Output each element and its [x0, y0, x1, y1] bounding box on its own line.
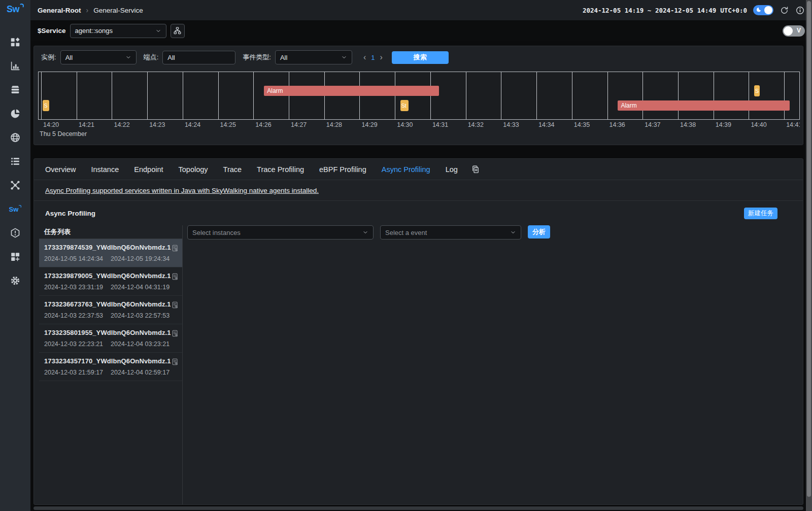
sidebar: Sw Sw [0, 0, 30, 511]
tab-endpoint[interactable]: Endpoint [134, 165, 163, 174]
task-item[interactable]: 1733236673763_YWdlbnQ6OnNvbmdz.1 2024-12… [39, 296, 182, 324]
sidebar-item-service-mesh[interactable] [0, 102, 30, 125]
event-badge[interactable]: St [400, 100, 409, 111]
sidebar-item-skywalking[interactable]: Sw [0, 197, 30, 221]
event-badge[interactable]: S [754, 85, 760, 96]
view-task-detail-icon[interactable] [171, 244, 179, 252]
pagination-prev-icon[interactable]: ‹ [363, 53, 366, 61]
service-select[interactable]: agent::songs [70, 24, 166, 38]
tab-topology[interactable]: Topology [179, 165, 208, 174]
task-id: 1733379874539_YWdlbnQ6OnNvbmdz.1 [44, 244, 171, 251]
pagination-page-number[interactable]: 1 [371, 54, 375, 61]
task-start-time: 2024-12-03 21:59:17 [44, 369, 103, 376]
breadcrumb-root[interactable]: General-Root [38, 7, 81, 14]
database-icon [10, 84, 21, 95]
endpoint-filter-label: 端点: [144, 53, 159, 62]
notice-row: Async Profiling supported services writt… [34, 180, 803, 201]
timeline-gridline [678, 72, 679, 119]
breadcrumb-leaf[interactable]: General-Service [93, 7, 143, 14]
alarm-event-bar[interactable]: Alarm [618, 100, 789, 111]
service-topology-button[interactable] [171, 24, 185, 38]
sidebar-item-plugins[interactable] [0, 245, 30, 268]
timeline-gridline [749, 72, 749, 119]
view-task-detail-icon[interactable] [171, 301, 179, 309]
tab-ebpf-profiling[interactable]: eBPF Profiling [319, 165, 366, 174]
sidebar-item-settings[interactable] [0, 269, 30, 292]
instance-filter-label: 实例: [41, 53, 56, 62]
view-task-detail-icon[interactable] [171, 272, 179, 281]
instance-filter-select[interactable]: All [60, 50, 137, 64]
task-item[interactable]: 1733379874539_YWdlbnQ6OnNvbmdz.1 2024-12… [39, 239, 182, 267]
event-type-filter-select[interactable]: All [275, 50, 352, 64]
version-toggle[interactable]: V [783, 25, 805, 37]
pagination-next-icon[interactable]: › [380, 53, 382, 61]
event-badge[interactable]: S [43, 100, 49, 111]
info-button[interactable] [795, 6, 805, 15]
sidebar-item-browser[interactable] [0, 126, 30, 149]
timeline-tick-label: 14:28 [326, 121, 342, 128]
instances-select[interactable]: Select instances [187, 225, 374, 240]
view-task-detail-icon[interactable] [171, 358, 179, 366]
globe-icon [10, 132, 21, 143]
view-task-detail-icon[interactable] [171, 329, 179, 337]
tab-instance[interactable]: Instance [91, 165, 119, 174]
horizontal-scrollbar-thumb[interactable] [33, 506, 803, 510]
tab-trace-profiling[interactable]: Trace Profiling [257, 165, 304, 174]
timeline-gridline [536, 72, 537, 119]
new-task-button[interactable]: 新建任务 [744, 208, 777, 219]
timeline-tick-label: 14:25 [220, 121, 236, 128]
timeline-plot-area: AlarmAlarmSStS [38, 72, 800, 120]
timeline-tick-label: 14:20 [43, 121, 59, 128]
events-panel: 实例: All 端点: All 事件类型: All ‹ 1 › 搜索 Alarm… [33, 46, 803, 145]
top-bar: General-Root › General-Service 2024-12-0… [30, 0, 812, 20]
sidebar-item-alerting[interactable] [0, 221, 30, 245]
search-button[interactable]: 搜索 [392, 51, 449, 64]
sidebar-item-database[interactable] [0, 78, 30, 101]
sidebar-item-k8s[interactable] [0, 150, 30, 173]
timeline-tick-label: 14:29 [361, 121, 377, 128]
timeline-tick-label: 14:38 [680, 121, 696, 128]
task-item[interactable]: 1733235801955_YWdlbnQ6OnNvbmdz.1 2024-12… [39, 324, 182, 353]
horizontal-scrollbar[interactable] [33, 506, 803, 510]
tab-async-profiling[interactable]: Async Profiling [382, 165, 430, 174]
timeline-gridline [253, 72, 254, 119]
task-list-column: 任务列表 1733379874539_YWdlbnQ6OnNvbmdz.1 20… [34, 225, 183, 504]
pie-chart-icon [10, 108, 21, 119]
task-list-header: 任务列表 [39, 225, 182, 239]
endpoint-filter-input[interactable]: All [162, 51, 235, 64]
skywalking-logo[interactable]: Sw [7, 4, 24, 19]
tab-log[interactable]: Log [446, 165, 458, 174]
tab-overview[interactable]: Overview [45, 165, 76, 174]
vertical-scrollbar[interactable] [806, 0, 812, 511]
task-end-time: 2024-12-04 02:59:17 [111, 369, 170, 376]
task-id: 1733239879005_YWdlbnQ6OnNvbmdz.1 [44, 272, 171, 280]
task-id: 1733236673763_YWdlbnQ6OnNvbmdz.1 [44, 300, 171, 308]
analyze-button[interactable]: 分析 [528, 225, 550, 239]
timeline-gridline [218, 72, 219, 119]
timeline-gridline [501, 72, 501, 119]
alarm-event-bar[interactable]: Alarm [264, 86, 439, 96]
timeline-tick-label: 14:40 [751, 121, 766, 128]
task-start-time: 2024-12-03 22:37:53 [44, 312, 103, 319]
task-id: 1733234357170_YWdlbnQ6OnNvbmdz.1 [44, 357, 171, 365]
time-range-picker[interactable]: 2024-12-05 14:19 ~ 2024-12-05 14:49 [583, 7, 716, 14]
sidebar-item-general-service[interactable] [0, 54, 30, 78]
async-profiling-doc-link[interactable]: Async Profiling supported services writt… [45, 187, 319, 194]
tab-trace[interactable]: Trace [223, 165, 242, 174]
task-item[interactable]: 1733239879005_YWdlbnQ6OnNvbmdz.1 2024-12… [39, 267, 182, 296]
timeline-tick-label: 14:24 [185, 121, 200, 128]
chevron-down-icon [510, 229, 516, 235]
copy-dashboard-button[interactable] [471, 165, 480, 174]
version-toggle-label: V [797, 27, 801, 34]
sidebar-item-marketplace[interactable] [0, 30, 30, 54]
vertical-scrollbar-thumb[interactable] [807, 1, 811, 497]
info-icon [795, 6, 805, 15]
event-select[interactable]: Select a event [380, 225, 521, 240]
gear-icon [10, 275, 21, 286]
dark-mode-toggle[interactable] [753, 5, 773, 15]
sidebar-item-infrastructure[interactable] [0, 174, 30, 197]
refresh-button[interactable] [780, 6, 789, 15]
timeline-gridline [466, 72, 466, 119]
event-type-filter-label: 事件类型: [243, 53, 271, 62]
task-item[interactable]: 1733234357170_YWdlbnQ6OnNvbmdz.1 2024-12… [39, 353, 182, 381]
